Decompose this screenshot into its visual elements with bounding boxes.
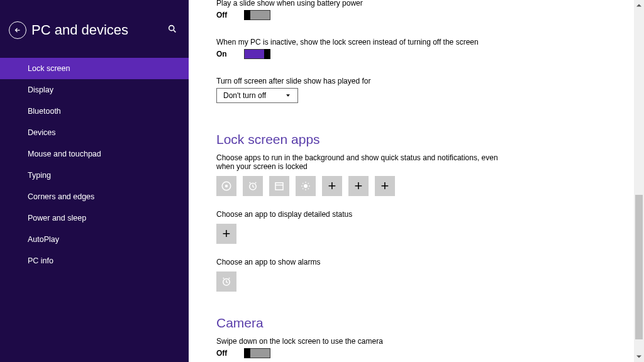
sidebar-item-typing[interactable]: Typing xyxy=(0,165,189,186)
alarm-icon xyxy=(221,276,232,287)
setting-turnoff-after: Turn off screen after slide show has pla… xyxy=(216,77,616,103)
plus-icon: + xyxy=(381,179,389,193)
camera-swipe-label: Swipe down on the lock screen to use the… xyxy=(216,337,616,346)
scroll-down-button[interactable] xyxy=(636,353,642,359)
scrollbar[interactable] xyxy=(634,0,644,362)
search-icon xyxy=(167,24,177,34)
app-slot-3[interactable] xyxy=(269,176,289,196)
alarms-slots xyxy=(216,272,616,292)
detailed-status-add[interactable]: + xyxy=(216,224,236,244)
lockscreen-apps-heading: Lock screen apps xyxy=(216,132,616,147)
sidebar-item-bluetooth[interactable]: Bluetooth xyxy=(0,101,189,122)
nav-list: Lock screen Display Bluetooth Devices Mo… xyxy=(0,58,189,272)
alarms-slot[interactable] xyxy=(216,272,236,292)
svg-point-0 xyxy=(169,26,174,31)
inactive-lock-label: When my PC is inactive, show the lock sc… xyxy=(216,38,616,47)
scroll-thumb[interactable] xyxy=(635,195,643,339)
chevron-up-icon xyxy=(636,3,641,8)
calendar-icon xyxy=(274,180,285,192)
app-slot-2[interactable] xyxy=(243,176,263,196)
sidebar-item-autoplay[interactable]: AutoPlay xyxy=(0,229,189,250)
sidebar-item-lock-screen[interactable]: Lock screen xyxy=(0,58,189,79)
search-button[interactable] xyxy=(167,24,177,36)
svg-point-2 xyxy=(225,185,228,188)
target-icon xyxy=(221,180,232,192)
svg-point-5 xyxy=(304,184,308,188)
scroll-up-button[interactable] xyxy=(636,3,642,9)
app-slot-6-add[interactable]: + xyxy=(348,176,369,196)
sidebar: PC and devices Lock screen Display Bluet… xyxy=(0,0,189,362)
app-slot-5-add[interactable]: + xyxy=(322,176,342,196)
battery-slideshow-label: Play a slide show when using battery pow… xyxy=(216,0,616,8)
back-button[interactable] xyxy=(9,21,26,39)
detailed-status-label: Choose an app to display detailed status xyxy=(216,210,616,219)
content-area: Play a slide show when using battery pow… xyxy=(189,0,644,362)
sidebar-item-mouse-touchpad[interactable]: Mouse and touchpad xyxy=(0,143,189,165)
svg-rect-4 xyxy=(275,183,283,190)
inactive-lock-toggle[interactable] xyxy=(244,49,270,59)
setting-battery-slideshow: Play a slide show when using battery pow… xyxy=(216,0,616,20)
sidebar-item-pc-info[interactable]: PC info xyxy=(0,250,189,272)
sidebar-header: PC and devices xyxy=(0,0,189,50)
plus-icon: + xyxy=(355,179,363,193)
weather-icon xyxy=(300,180,311,192)
content-scroll: Play a slide show when using battery pow… xyxy=(189,0,644,362)
app-slot-4[interactable] xyxy=(296,176,316,196)
camera-heading: Camera xyxy=(216,315,616,331)
sidebar-item-display[interactable]: Display xyxy=(0,79,189,101)
chevron-down-icon xyxy=(636,354,641,359)
camera-state: Off xyxy=(216,349,230,358)
battery-slideshow-state: Off xyxy=(216,11,230,19)
back-arrow-icon xyxy=(14,26,21,34)
sidebar-item-power-sleep[interactable]: Power and sleep xyxy=(0,207,189,229)
app-slot-7-add[interactable]: + xyxy=(375,176,395,196)
alarm-icon xyxy=(247,180,258,192)
battery-slideshow-toggle[interactable] xyxy=(244,10,270,20)
sidebar-item-devices[interactable]: Devices xyxy=(0,122,189,143)
detailed-status-slots: + xyxy=(216,224,616,244)
page-title: PC and devices xyxy=(31,22,162,38)
quick-status-label: Choose apps to run in the background and… xyxy=(216,153,506,171)
chevron-down-icon xyxy=(285,92,291,99)
sidebar-item-corners-edges[interactable]: Corners and edges xyxy=(0,186,189,207)
app-slot-1[interactable] xyxy=(216,176,236,196)
plus-icon: + xyxy=(223,227,231,241)
inactive-lock-state: On xyxy=(216,50,230,58)
turnoff-after-value: Don't turn off xyxy=(223,91,266,100)
plus-icon: + xyxy=(328,179,336,193)
alarms-label: Choose an app to show alarms xyxy=(216,258,616,266)
camera-toggle[interactable] xyxy=(244,348,270,358)
turnoff-after-label: Turn off screen after slide show has pla… xyxy=(216,77,616,85)
quick-status-slots: + + + xyxy=(216,176,616,196)
setting-inactive-lock: When my PC is inactive, show the lock sc… xyxy=(216,38,616,59)
turnoff-after-select[interactable]: Don't turn off xyxy=(216,88,298,103)
